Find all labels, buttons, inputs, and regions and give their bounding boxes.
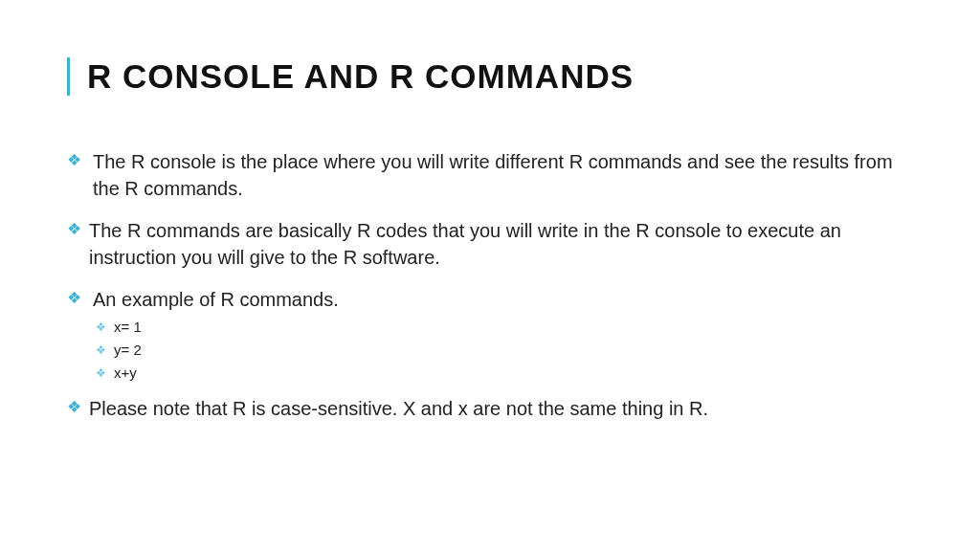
bullet-item: ❖ The R commands are basically R codes t… [67, 217, 913, 271]
bullet-text: The R commands are basically R codes tha… [89, 217, 913, 271]
code-line: ❖ x+y [96, 363, 913, 384]
title-accent-bar [67, 57, 70, 96]
diamond-bullet-icon: ❖ [67, 286, 81, 311]
slide-content: ❖ The R console is the place where you w… [67, 148, 913, 422]
diamond-bullet-icon: ❖ [96, 363, 106, 384]
slide: R CONSOLE AND R COMMANDS ❖ The R console… [0, 0, 980, 475]
bullet-text: An example of R commands. [93, 286, 913, 313]
example-code-list: ❖ x= 1 ❖ y= 2 ❖ x+y [96, 317, 913, 384]
slide-title: R CONSOLE AND R COMMANDS [87, 57, 634, 96]
diamond-bullet-icon: ❖ [67, 395, 81, 420]
diamond-bullet-icon: ❖ [67, 148, 81, 173]
diamond-bullet-icon: ❖ [67, 217, 81, 242]
code-text: x+y [114, 363, 137, 383]
code-text: y= 2 [114, 340, 142, 360]
code-line: ❖ x= 1 [96, 317, 913, 338]
title-row: R CONSOLE AND R COMMANDS [67, 57, 913, 96]
bullet-item: ❖ Please note that R is case-sensitive. … [67, 395, 913, 422]
bullet-text: Please note that R is case-sensitive. X … [89, 395, 913, 422]
code-line: ❖ y= 2 [96, 340, 913, 361]
bullet-item: ❖ An example of R commands. [67, 286, 913, 313]
diamond-bullet-icon: ❖ [96, 317, 106, 338]
bullet-item: ❖ The R console is the place where you w… [67, 148, 913, 202]
diamond-bullet-icon: ❖ [96, 340, 106, 361]
bullet-text: The R console is the place where you wil… [93, 148, 913, 202]
code-text: x= 1 [114, 317, 142, 337]
